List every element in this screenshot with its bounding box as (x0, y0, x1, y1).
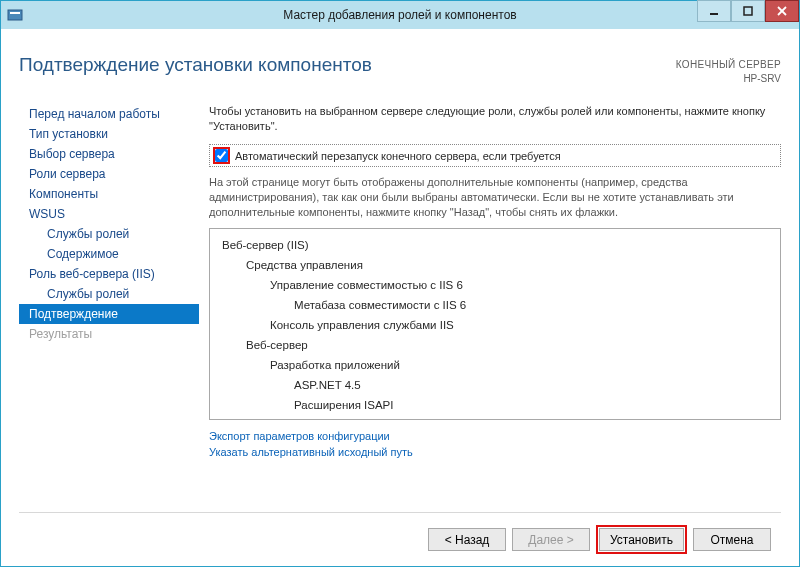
wizard-window: Мастер добавления ролей и компонентов По… (0, 0, 800, 567)
nav-item[interactable]: Службы ролей (19, 284, 199, 304)
nav-item[interactable]: Роль веб-сервера (IIS) (19, 264, 199, 284)
svg-rect-0 (8, 10, 22, 20)
checkbox-highlight (213, 147, 230, 164)
install-button-highlight: Установить (596, 525, 687, 554)
tree-node: ASP.NET 4.5 (218, 375, 772, 395)
content-pane: Чтобы установить на выбранном сервере сл… (199, 104, 781, 502)
nav-item[interactable]: Роли сервера (19, 164, 199, 184)
wizard-header: Подтверждение установки компонентов КОНЕ… (19, 29, 781, 104)
nav-item: Результаты (19, 324, 199, 344)
auto-restart-checkbox[interactable] (215, 149, 228, 162)
wizard-nav: Перед началом работыТип установкиВыбор с… (19, 104, 199, 502)
nav-item[interactable]: Службы ролей (19, 224, 199, 244)
cancel-button[interactable]: Отмена (693, 528, 771, 551)
auto-restart-label: Автоматический перезапуск конечного серв… (235, 150, 561, 162)
tree-node: Разработка приложений (218, 355, 772, 375)
tree-node: Управление совместимостью с IIS 6 (218, 275, 772, 295)
next-button[interactable]: Далее > (512, 528, 590, 551)
alt-source-path-link[interactable]: Указать альтернативный исходный путь (209, 444, 781, 460)
wizard-body: Подтверждение установки компонентов КОНЕ… (1, 29, 799, 566)
tree-node: Веб-сервер (IIS) (218, 235, 772, 255)
restart-option-row: Автоматический перезапуск конечного серв… (209, 144, 781, 167)
destination-server-value: HP-SRV (676, 72, 781, 86)
window-controls (697, 1, 799, 29)
nav-item[interactable]: Тип установки (19, 124, 199, 144)
page-title: Подтверждение установки компонентов (19, 54, 372, 76)
back-button[interactable]: < Назад (428, 528, 506, 551)
tree-node: Метабаза совместимости с IIS 6 (218, 295, 772, 315)
nav-item[interactable]: WSUS (19, 204, 199, 224)
note-text: На этой странице могут быть отображены д… (209, 175, 781, 220)
tree-node: Консоль управления службами IIS (218, 315, 772, 335)
nav-item[interactable]: Компоненты (19, 184, 199, 204)
maximize-button[interactable] (731, 0, 765, 22)
svg-rect-1 (10, 12, 20, 14)
svg-rect-3 (744, 7, 752, 15)
titlebar: Мастер добавления ролей и компонентов (1, 1, 799, 29)
nav-item[interactable]: Выбор сервера (19, 144, 199, 164)
nav-item[interactable]: Подтверждение (19, 304, 199, 324)
minimize-button[interactable] (697, 0, 731, 22)
nav-item[interactable]: Содержимое (19, 244, 199, 264)
export-config-link[interactable]: Экспорт параметров конфигурации (209, 428, 781, 444)
description-text: Чтобы установить на выбранном сервере сл… (209, 104, 781, 134)
tree-node: Средства управления (218, 255, 772, 275)
app-icon (7, 7, 23, 23)
nav-item[interactable]: Перед началом работы (19, 104, 199, 124)
main-area: Перед началом работыТип установкиВыбор с… (19, 104, 781, 502)
install-button[interactable]: Установить (599, 528, 684, 551)
wizard-footer: < Назад Далее > Установить Отмена (19, 512, 781, 566)
links-area: Экспорт параметров конфигурации Указать … (209, 420, 781, 460)
components-tree[interactable]: Веб-сервер (IIS)Средства управленияУправ… (209, 228, 781, 420)
close-button[interactable] (765, 0, 799, 22)
window-title: Мастер добавления ролей и компонентов (1, 8, 799, 22)
tree-node: Веб-сервер (218, 335, 772, 355)
destination-server-box: КОНЕЧНЫЙ СЕРВЕР HP-SRV (676, 54, 781, 86)
destination-server-label: КОНЕЧНЫЙ СЕРВЕР (676, 58, 781, 72)
tree-node: Расширения ISAPI (218, 395, 772, 415)
